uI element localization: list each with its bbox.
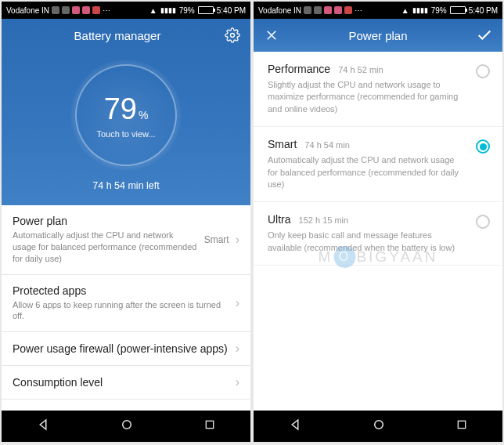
plan-item-performance[interactable]: Performance 74 h 52 min Slightly adjust … bbox=[254, 52, 502, 127]
clock-label: 5:40 PM bbox=[217, 6, 246, 15]
touch-hint: Touch to view... bbox=[96, 129, 155, 139]
notif-icon bbox=[334, 6, 342, 14]
item-title: Power plan bbox=[13, 215, 198, 227]
chevron-right-icon: › bbox=[236, 296, 239, 310]
power-plan-header: Power plan bbox=[254, 19, 502, 52]
square-recent-icon bbox=[455, 418, 468, 431]
back-button[interactable] bbox=[36, 418, 50, 435]
item-title: Power usage firewall (power-intensive ap… bbox=[13, 342, 229, 355]
back-button[interactable] bbox=[288, 418, 302, 435]
confirm-button[interactable] bbox=[476, 27, 493, 44]
carrier-label: Vodafone IN bbox=[6, 6, 49, 15]
svg-rect-2 bbox=[206, 421, 213, 428]
phone-right: Vodafone IN ⋯ ▲ ▮▮▮▮ 79% 5:40 PM Power p… bbox=[254, 2, 502, 442]
clock-label: 5:40 PM bbox=[469, 6, 498, 15]
battery-header: Battery manager 79 % Touch to view... 74… bbox=[2, 19, 250, 205]
item-title: Consumption level bbox=[13, 376, 229, 389]
list-item-optimize[interactable]: Optimize › bbox=[2, 400, 250, 411]
svg-point-3 bbox=[375, 421, 383, 429]
signal-icon: ▮▮▮▮ bbox=[412, 6, 428, 14]
notif-icon bbox=[52, 6, 59, 14]
notif-icon bbox=[72, 6, 80, 14]
notif-icon bbox=[314, 6, 322, 14]
item-subtitle: Automatically adjust the CPU and network… bbox=[13, 230, 198, 265]
wifi-icon: ▲ bbox=[149, 6, 157, 15]
recent-button[interactable] bbox=[455, 418, 468, 434]
settings-button[interactable] bbox=[224, 27, 241, 44]
circle-home-icon bbox=[372, 418, 386, 432]
plan-desc: Slightly adjust the CPU and network usag… bbox=[268, 79, 466, 115]
chevron-right-icon: › bbox=[236, 342, 239, 356]
plan-item-smart[interactable]: Smart 74 h 54 min Automatically adjust t… bbox=[254, 127, 502, 202]
list-item-protected-apps[interactable]: Protected apps Allow 6 apps to keep runn… bbox=[2, 275, 250, 333]
battery-icon bbox=[450, 6, 466, 14]
nav-bar bbox=[2, 411, 250, 442]
radio-button[interactable] bbox=[476, 215, 490, 229]
close-button[interactable] bbox=[263, 27, 280, 44]
plan-time: 74 h 52 min bbox=[338, 65, 383, 74]
radio-button[interactable] bbox=[476, 64, 490, 78]
carrier-label: Vodafone IN bbox=[258, 6, 301, 15]
notif-icon bbox=[92, 6, 100, 14]
plan-desc: Only keep basic call and message feature… bbox=[268, 230, 466, 254]
plan-time: 152 h 15 min bbox=[299, 215, 349, 225]
battery-pct-label: 79% bbox=[431, 6, 447, 15]
plan-title: Ultra bbox=[268, 213, 291, 226]
home-button[interactable] bbox=[120, 418, 134, 435]
chevron-right-icon: › bbox=[236, 233, 239, 247]
notif-icon bbox=[344, 6, 352, 14]
pct-symbol: % bbox=[139, 109, 148, 121]
battery-circle-button[interactable]: 79 % Touch to view... bbox=[75, 64, 177, 166]
plan-time: 74 h 54 min bbox=[304, 140, 349, 150]
item-value: Smart bbox=[204, 234, 229, 245]
list-item-power-plan[interactable]: Power plan Automatically adjust the CPU … bbox=[2, 205, 250, 275]
more-icon: ⋯ bbox=[103, 6, 110, 15]
radio-button[interactable] bbox=[476, 139, 490, 154]
signal-icon: ▮▮▮▮ bbox=[160, 6, 176, 14]
plan-item-ultra[interactable]: Ultra 152 h 15 min Only keep basic call … bbox=[254, 202, 502, 266]
home-button[interactable] bbox=[372, 418, 386, 435]
triangle-back-icon bbox=[288, 418, 302, 432]
notif-icon bbox=[304, 6, 311, 14]
battery-pct-label: 79% bbox=[179, 6, 195, 15]
notif-icon bbox=[62, 6, 70, 14]
list-item-consumption[interactable]: Consumption level › bbox=[2, 366, 250, 400]
recent-button[interactable] bbox=[203, 418, 216, 434]
battery-pct-value: 79 bbox=[104, 92, 137, 126]
more-icon: ⋯ bbox=[355, 6, 362, 15]
notif-icon bbox=[324, 6, 332, 14]
chevron-right-icon: › bbox=[236, 375, 239, 389]
phone-left: Vodafone IN ⋯ ▲ ▮▮▮▮ 79% 5:40 PM Battery… bbox=[2, 2, 250, 442]
plan-title: Performance bbox=[268, 63, 330, 75]
page-title: Power plan bbox=[348, 29, 407, 42]
plan-list: Performance 74 h 52 min Slightly adjust … bbox=[254, 52, 502, 411]
plan-title: Smart bbox=[268, 138, 297, 150]
settings-list: Power plan Automatically adjust the CPU … bbox=[2, 205, 250, 411]
square-recent-icon bbox=[203, 418, 216, 431]
list-item-power-firewall[interactable]: Power usage firewall (power-intensive ap… bbox=[2, 332, 250, 366]
check-icon bbox=[476, 27, 493, 44]
status-bar: Vodafone IN ⋯ ▲ ▮▮▮▮ 79% 5:40 PM bbox=[254, 2, 502, 19]
triangle-back-icon bbox=[36, 418, 50, 432]
circle-home-icon bbox=[120, 418, 134, 432]
item-title: Protected apps bbox=[13, 284, 229, 297]
battery-icon bbox=[198, 6, 214, 14]
notif-icon bbox=[82, 6, 90, 14]
gear-icon bbox=[225, 27, 240, 43]
svg-rect-4 bbox=[458, 421, 465, 428]
svg-point-0 bbox=[231, 34, 235, 38]
item-subtitle: Allow 6 apps to keep running after the s… bbox=[13, 299, 229, 323]
page-title: Battery manager bbox=[74, 29, 161, 42]
svg-point-1 bbox=[123, 421, 131, 429]
status-bar: Vodafone IN ⋯ ▲ ▮▮▮▮ 79% 5:40 PM bbox=[2, 2, 250, 19]
nav-bar bbox=[254, 411, 502, 442]
close-icon bbox=[265, 28, 279, 42]
time-left-label: 74 h 54 min left bbox=[92, 180, 159, 191]
plan-desc: Automatically adjust the CPU and network… bbox=[268, 154, 466, 190]
wifi-icon: ▲ bbox=[401, 6, 409, 15]
